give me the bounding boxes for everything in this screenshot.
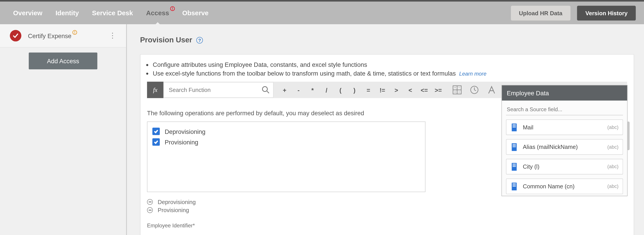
operator-button[interactable]: * (306, 82, 320, 98)
svg-rect-39 (512, 185, 516, 186)
svg-rect-38 (512, 183, 516, 184)
source-field-icon (510, 182, 518, 191)
app-name-label: Certify Expense (28, 32, 71, 39)
nav-tab-identity[interactable]: Identity (56, 9, 79, 16)
math-icon[interactable]: +−×÷ (452, 85, 462, 94)
sub-op-label: Deprovisioning (158, 199, 196, 205)
employee-field-item[interactable]: Mail(abc) (506, 120, 623, 135)
alert-icon (170, 6, 175, 11)
svg-rect-35 (512, 165, 516, 166)
field-name: City (l) (523, 163, 540, 170)
svg-point-6 (262, 87, 268, 92)
text-icon[interactable] (487, 85, 496, 94)
operator-button[interactable]: >= (431, 82, 445, 98)
svg-rect-26 (512, 124, 516, 125)
sub-op-row[interactable]: Provisioning (147, 206, 627, 214)
svg-rect-30 (512, 144, 516, 145)
svg-point-2 (172, 9, 173, 10)
clock-icon[interactable] (470, 85, 479, 94)
fx-icon: fx (147, 82, 163, 98)
svg-rect-36 (512, 166, 516, 167)
operation-label: Deprovisioning (165, 128, 206, 135)
svg-text:×: × (454, 91, 456, 94)
provisioning-checkbox[interactable] (152, 138, 160, 146)
sub-op-label: Provisioning (158, 207, 189, 214)
deprovisioning-checkbox[interactable] (152, 128, 160, 135)
employee-field-item[interactable]: Alias (mailNickName)(abc) (506, 139, 623, 155)
kebab-menu-icon[interactable]: ⋮ (106, 31, 119, 40)
version-history-button[interactable]: Version History (577, 5, 636, 20)
operator-button[interactable]: > (389, 82, 403, 98)
learn-more-link[interactable]: Learn more (459, 71, 486, 77)
employee-field-item[interactable]: City (l)(abc) (506, 159, 623, 175)
operator-button[interactable]: - (292, 82, 306, 98)
top-nav: Overview Identity Service Desk Access Ob… (0, 1, 644, 24)
svg-rect-27 (512, 126, 516, 126)
nav-tab-observe[interactable]: Observe (182, 9, 208, 16)
field-type: (abc) (607, 164, 618, 170)
operator-button[interactable]: != (376, 82, 389, 98)
operation-row: Deprovisioning (152, 126, 420, 137)
field-type: (abc) (607, 144, 618, 150)
nav-tab-access[interactable]: Access (146, 9, 169, 16)
svg-text:+: + (454, 86, 456, 89)
operator-button[interactable]: < (403, 82, 417, 98)
operator-button[interactable]: / (320, 82, 334, 98)
source-field-icon (510, 123, 518, 131)
employee-field-search-input[interactable] (506, 105, 623, 115)
nav-tab-service-desk[interactable]: Service Desk (92, 9, 133, 16)
svg-text:÷: ÷ (458, 91, 460, 94)
svg-line-7 (267, 91, 269, 93)
sub-op-row[interactable]: Deprovisioning (147, 198, 627, 206)
operator-button[interactable]: = (362, 82, 376, 98)
field-type: (abc) (607, 183, 618, 189)
operator-button[interactable]: <= (417, 82, 431, 98)
scrollbar[interactable] (627, 122, 630, 150)
svg-point-5 (74, 33, 75, 34)
main-content: Provision User ? Configure attributes us… (127, 24, 644, 235)
svg-rect-31 (512, 145, 516, 146)
collapse-icon (147, 199, 153, 205)
page-title: Provision User (140, 36, 192, 44)
source-field-icon (510, 163, 518, 171)
svg-line-17 (474, 90, 476, 91)
instruction-line: Configure attributes using Employee Data… (153, 60, 627, 69)
svg-rect-32 (512, 146, 516, 147)
field-name: Alias (mailNickName) (523, 144, 578, 150)
employee-field-item[interactable]: Common Name (cn)(abc) (506, 179, 623, 194)
operation-row: Provisioning (152, 137, 420, 148)
search-function-box (163, 82, 274, 98)
field-name: Mail (523, 124, 534, 131)
employee-data-header: Employee Data (502, 85, 627, 101)
employee-data-panel: Employee Data Mail(abc)Alias (mailNickNa… (502, 85, 628, 196)
instruction-line: Use excel-style functions from the toolb… (153, 69, 627, 78)
upload-hr-data-button[interactable]: Upload HR Data (511, 5, 570, 20)
collapse-icon (147, 208, 153, 213)
operations-box: Deprovisioning Provisioning (147, 122, 426, 192)
svg-rect-28 (512, 127, 516, 128)
svg-text:−: − (458, 86, 460, 89)
operator-button[interactable]: ( (334, 82, 347, 98)
help-icon[interactable]: ? (196, 37, 203, 43)
svg-rect-40 (512, 186, 516, 187)
field-type: (abc) (607, 124, 618, 130)
sidebar-app-row[interactable]: Certify Expense ⋮ (0, 24, 126, 47)
employee-identifier-label: Employee Identifier* (147, 223, 627, 229)
app-check-icon (10, 30, 21, 41)
nav-tab-overview[interactable]: Overview (13, 9, 42, 16)
warning-icon (72, 30, 77, 35)
search-function-input[interactable] (169, 87, 262, 93)
operator-button[interactable]: ) (347, 82, 361, 98)
search-icon[interactable] (262, 86, 270, 94)
add-access-button[interactable]: Add Access (29, 52, 98, 69)
svg-rect-34 (512, 164, 516, 164)
sidebar: Certify Expense ⋮ Add Access (0, 24, 127, 235)
field-name: Common Name (cn) (523, 183, 575, 190)
operation-label: Provisioning (165, 139, 198, 146)
operator-button[interactable]: + (278, 82, 292, 98)
source-field-icon (510, 143, 518, 151)
